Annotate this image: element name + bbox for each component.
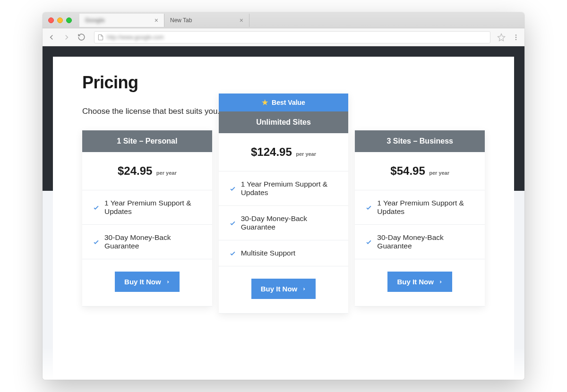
- plan-personal: 1 Site – Personal $24.95 per year 1 Year…: [82, 130, 212, 307]
- plan-header: Unlimited Sites: [219, 111, 349, 133]
- chevron-right-icon: [438, 279, 443, 285]
- plan-cta-row: Buy It Now: [82, 259, 212, 307]
- viewport: Pricing Choose the license that best sui…: [43, 46, 524, 380]
- window-maximize-icon[interactable]: [66, 17, 72, 23]
- plan-price: $24.95: [118, 164, 152, 177]
- plan-price: $124.95: [251, 145, 292, 158]
- menu-icon[interactable]: [512, 34, 520, 41]
- plan-price-row: $54.95 per year: [355, 152, 485, 190]
- tab-title: New Tab: [170, 17, 192, 24]
- chevron-right-icon: [166, 279, 170, 285]
- plan-unlimited: ★ Best Value Unlimited Sites $124.95 per…: [219, 94, 349, 314]
- check-icon: [93, 204, 100, 211]
- buy-button-label: Buy It Now: [261, 285, 298, 293]
- plan-cta-row: Buy It Now: [219, 266, 349, 314]
- feature-text: 1 Year Premium Support & Updates: [241, 180, 338, 197]
- toolbar: http://www.google.com: [43, 28, 524, 46]
- plan-feature: 1 Year Premium Support & Updates: [82, 190, 212, 225]
- chevron-right-icon: [302, 286, 306, 292]
- star-icon[interactable]: [497, 33, 506, 42]
- tab-active[interactable]: Google ×: [79, 14, 164, 27]
- traffic-lights: [46, 17, 72, 23]
- plan-period: per year: [156, 170, 177, 176]
- pricing-page: Pricing Choose the license that best sui…: [53, 57, 514, 380]
- plan-feature: 1 Year Premium Support & Updates: [355, 190, 485, 225]
- plan-header: 1 Site – Personal: [82, 130, 212, 152]
- check-icon: [365, 204, 372, 211]
- feature-text: 30-Day Money-Back Guarantee: [377, 233, 474, 250]
- feature-text: 1 Year Premium Support & Updates: [104, 199, 202, 216]
- svg-point-0: [515, 34, 516, 35]
- pricing-plans: 1 Site – Personal $24.95 per year 1 Year…: [82, 130, 485, 314]
- tab-inactive[interactable]: New Tab ×: [164, 14, 249, 27]
- tab-title: Google: [85, 17, 104, 24]
- check-icon: [229, 250, 236, 257]
- check-icon: [229, 220, 236, 227]
- back-icon[interactable]: [47, 33, 56, 42]
- forward-icon[interactable]: [62, 33, 71, 42]
- plan-feature: 30-Day Money-Back Guarantee: [219, 206, 349, 240]
- buy-button-label: Buy It Now: [124, 278, 161, 286]
- check-icon: [229, 185, 236, 192]
- badge-label: Best Value: [272, 99, 305, 106]
- plan-period: per year: [296, 151, 316, 157]
- plan-feature: 30-Day Money-Back Guarantee: [82, 225, 212, 259]
- page-title: Pricing: [82, 73, 485, 93]
- best-value-badge: ★ Best Value: [219, 94, 349, 111]
- address-bar[interactable]: http://www.google.com: [94, 31, 490, 43]
- close-icon[interactable]: ×: [155, 17, 158, 24]
- reload-icon[interactable]: [77, 33, 86, 41]
- plan-business: 3 Sites – Business $54.95 per year 1 Yea…: [355, 130, 485, 307]
- url-text: http://www.google.com: [107, 34, 164, 41]
- feature-text: 30-Day Money-Back Guarantee: [241, 214, 338, 231]
- feature-text: 30-Day Money-Back Guarantee: [104, 233, 202, 250]
- feature-text: Multisite Support: [241, 249, 295, 257]
- star-icon: ★: [262, 98, 268, 107]
- window-close-icon[interactable]: [48, 17, 54, 23]
- plan-feature: 1 Year Premium Support & Updates: [219, 171, 349, 206]
- buy-button[interactable]: Buy It Now: [115, 272, 180, 292]
- plan-period: per year: [429, 170, 449, 176]
- feature-text: 1 Year Premium Support & Updates: [377, 199, 474, 216]
- browser-window: Google × New Tab × http://www.google.com: [43, 12, 524, 380]
- plan-feature: 30-Day Money-Back Guarantee: [355, 225, 485, 259]
- check-icon: [365, 239, 372, 246]
- buy-button[interactable]: Buy It Now: [251, 279, 316, 299]
- plan-feature: Multisite Support: [219, 240, 349, 266]
- plan-cta-row: Buy It Now: [355, 259, 485, 307]
- svg-point-2: [515, 39, 516, 40]
- buy-button[interactable]: Buy It Now: [387, 272, 452, 292]
- plan-price-row: $124.95 per year: [219, 133, 349, 171]
- plan-header: 3 Sites – Business: [355, 130, 485, 152]
- page-icon: [97, 34, 104, 41]
- window-minimize-icon[interactable]: [57, 17, 63, 23]
- svg-point-1: [515, 36, 516, 37]
- plan-price: $54.95: [390, 164, 425, 177]
- close-icon[interactable]: ×: [240, 17, 243, 24]
- buy-button-label: Buy It Now: [397, 278, 434, 286]
- plan-price-row: $24.95 per year: [82, 152, 212, 190]
- check-icon: [93, 239, 100, 246]
- tab-strip: Google × New Tab ×: [43, 12, 524, 28]
